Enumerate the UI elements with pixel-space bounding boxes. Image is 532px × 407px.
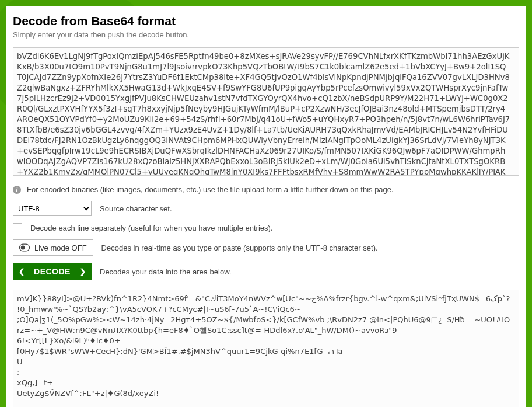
live-mode-pill-label: Live mode OFF	[34, 243, 87, 252]
live-mode-row: Live mode OFF Decodes in real-time as yo…	[13, 239, 519, 256]
charset-row: UTF-8 Source character set.	[13, 201, 519, 216]
charset-label: Source character set.	[100, 204, 172, 213]
decode-lines-label: Decode each line separately (useful for …	[30, 224, 273, 232]
page-subtitle: Simply enter your data then push the dec…	[13, 30, 519, 39]
input-textarea[interactable]: bVZdl6K6Ev1LgNJ9fTgPoxIQmziEpAJ546sFE5Rp…	[13, 47, 519, 176]
decode-button-desc: Decodes your data into the area below.	[100, 267, 231, 276]
live-mode-label: Decodes in real-time as you type or past…	[102, 243, 378, 252]
decode-button[interactable]: ❮ DECODE ❯	[13, 263, 92, 280]
info-row: i For encoded binaries (like images, doc…	[13, 185, 519, 194]
decode-row: ❮ DECODE ❯ Decodes your data into the ar…	[13, 263, 519, 280]
page-title: Decode from Base64 format	[13, 14, 519, 28]
chevron-right-icon: ❯	[80, 267, 86, 276]
toggle-off-icon	[19, 243, 30, 252]
svg-point-1	[21, 245, 25, 249]
output-textarea[interactable]: mV]￼K}}8￼￼￼8￼y￼￼I]>@U+?BV￼k￼￼)fn^￼￼1R2￼}…	[13, 290, 519, 407]
decode-lines-checkbox[interactable]	[13, 223, 22, 232]
info-text: For encoded binaries (like images, docum…	[27, 185, 394, 194]
decode-button-label: DECODE	[34, 267, 71, 276]
live-mode-toggle[interactable]: Live mode OFF	[13, 239, 93, 256]
info-icon: i	[13, 186, 21, 194]
charset-select[interactable]: UTF-8	[13, 201, 92, 216]
content-panel: Decode from Base64 format Simply enter y…	[6, 6, 526, 407]
chevron-left-icon: ❮	[19, 267, 25, 276]
decode-lines-row: Decode each line separately (useful for …	[13, 223, 519, 232]
